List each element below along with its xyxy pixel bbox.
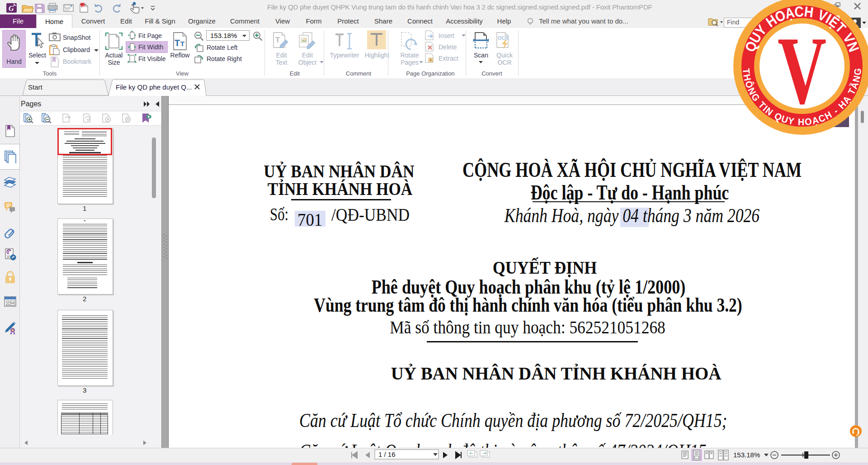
- svg-text:G: G: [9, 5, 14, 12]
- svg-text:1 / 16: 1 / 16: [378, 451, 396, 458]
- svg-text:T: T: [180, 40, 184, 47]
- svg-text:G: G: [852, 68, 863, 76]
- svg-text:OCR: OCR: [498, 35, 509, 41]
- svg-text:T: T: [275, 36, 280, 44]
- svg-text:T: T: [175, 38, 180, 48]
- svg-text:V: V: [778, 17, 826, 124]
- svg-text:File ky QD phe duyet Q...: File ky QD phe duyet Q...: [116, 83, 192, 91]
- svg-text:153.18%: 153.18%: [733, 451, 760, 459]
- svg-text:Start: Start: [28, 83, 43, 91]
